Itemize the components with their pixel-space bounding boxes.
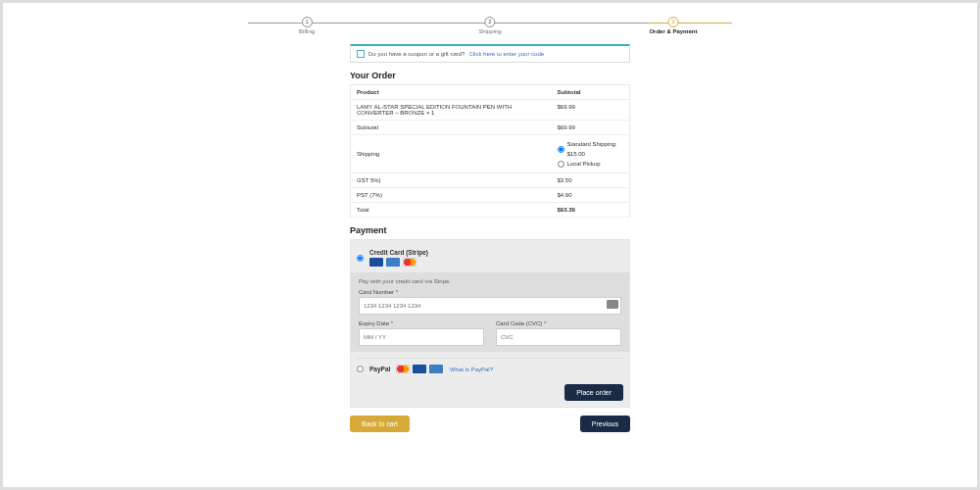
coupon-link[interactable]: Click here to enter your code [468, 51, 544, 57]
step-shipping[interactable]: 2 Shipping [478, 17, 501, 34]
total-value: $93.39 [552, 203, 630, 218]
subtotal-value: $69.99 [552, 121, 630, 135]
gst-label: GST 5%) [351, 173, 552, 188]
table-row: Subtotal $69.99 [351, 121, 630, 135]
your-order-heading: Your Order [350, 71, 630, 80]
amex-icon [386, 258, 400, 267]
previous-button[interactable]: Previous [580, 416, 630, 432]
coupon-icon [357, 50, 365, 58]
line-item-price: $69.99 [552, 100, 630, 121]
card-number-label: Card Number [359, 289, 394, 295]
subtotal-label: Subtotal [351, 121, 552, 135]
payment-method-paypal[interactable]: PayPal What is PayPal? [357, 358, 623, 376]
payment-box: Credit Card (Stripe) Pay with your credi… [350, 239, 630, 408]
paypal-card-logos [396, 365, 444, 373]
visa-icon [413, 365, 426, 373]
order-summary-table: Product Subtotal LAMY AL-STAR SPECIAL ED… [350, 84, 630, 218]
stripe-panel: Pay with your credit card via Stripe. Ca… [351, 272, 629, 352]
shipping-local-option[interactable]: Local Pickup [558, 159, 624, 169]
table-row: Total $93.39 [351, 203, 630, 218]
pst-value: $4.90 [552, 188, 630, 203]
coupon-notice: Do you have a coupon or a gift card? Cli… [350, 44, 630, 63]
paypal-label: PayPal [369, 366, 390, 372]
line-item-name: LAMY AL-STAR SPECIAL EDITION FOUNTAIN PE… [351, 100, 552, 121]
payment-method-stripe[interactable]: Credit Card (Stripe) [357, 246, 623, 270]
coupon-text: Do you have a coupon or a gift card? [368, 51, 465, 57]
table-row: PST (7%) $4.90 [351, 188, 630, 203]
cvc-input[interactable] [496, 328, 621, 346]
paypal-radio[interactable] [357, 366, 364, 372]
mastercard-icon [396, 365, 410, 373]
back-to-cart-button[interactable]: Back to cart [350, 416, 410, 432]
mastercard-icon [403, 258, 416, 267]
cvc-label: Card Code (CVC) [496, 320, 542, 326]
stripe-card-logos [369, 258, 428, 267]
step-order-payment[interactable]: 3 Order & Payment [649, 17, 697, 34]
table-row: GST 5%) $3.50 [351, 173, 630, 188]
pst-label: PST (7%) [351, 188, 552, 203]
place-order-button[interactable]: Place order [564, 384, 623, 401]
visa-icon [369, 258, 383, 267]
col-subtotal: Subtotal [552, 85, 630, 100]
gst-value: $3.50 [552, 173, 630, 188]
stripe-radio[interactable] [357, 255, 364, 262]
shipping-local-radio[interactable] [558, 161, 564, 168]
expiry-input[interactable] [359, 328, 484, 346]
step-billing[interactable]: 1 Billing [299, 17, 315, 34]
table-row: Shipping Standard Shipping: $15.00 Local… [351, 135, 630, 173]
shipping-label: Shipping [351, 135, 552, 173]
shipping-standard-radio[interactable] [558, 146, 564, 153]
total-label: Total [351, 203, 552, 218]
shipping-standard-option[interactable]: Standard Shipping: $15.00 [558, 139, 624, 159]
col-product: Product [351, 85, 552, 100]
checkout-steps: 1 Billing 2 Shipping 3 Order & Payment [228, 17, 752, 38]
card-number-input[interactable] [359, 297, 621, 315]
amex-icon [429, 365, 443, 373]
payment-heading: Payment [350, 225, 630, 235]
expiry-label: Expiry Date [359, 320, 389, 326]
what-is-paypal-link[interactable]: What is PayPal? [450, 367, 493, 372]
stripe-label: Credit Card (Stripe) [369, 249, 428, 256]
card-brand-icon [607, 300, 618, 309]
stripe-hint: Pay with your credit card via Stripe. [359, 278, 621, 284]
table-row: LAMY AL-STAR SPECIAL EDITION FOUNTAIN PE… [351, 100, 630, 121]
